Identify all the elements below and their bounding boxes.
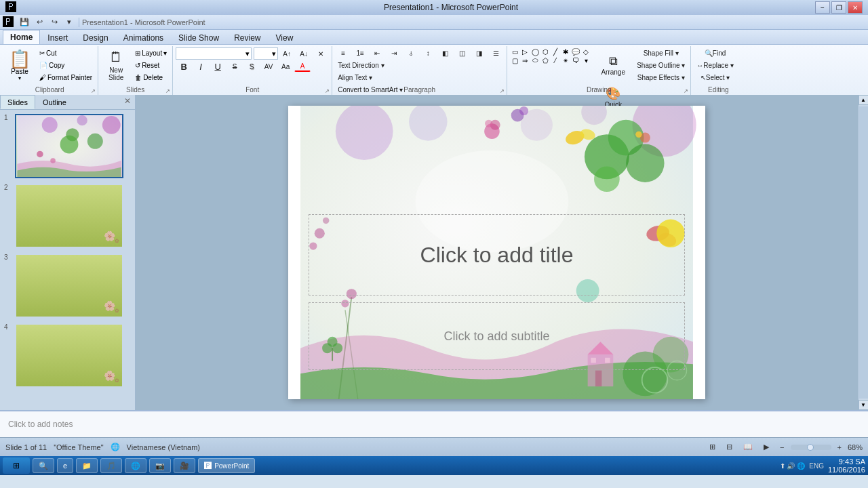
font-name-input[interactable] — [178, 49, 245, 58]
close-button[interactable]: ✕ — [848, 1, 863, 14]
delete-button[interactable]: 🗑 Delete — [132, 72, 170, 83]
notes-area[interactable]: Click to add notes — [0, 410, 868, 437]
font-size-arrow[interactable]: ▾ — [272, 49, 276, 58]
tab-review[interactable]: Review — [226, 30, 268, 44]
cut-button[interactable]: ✂ Cut — [37, 47, 95, 59]
save-button[interactable]: 💾 — [18, 16, 31, 28]
scroll-down-button[interactable]: ▼ — [859, 400, 869, 410]
numbering-button[interactable]: 1≡ — [352, 47, 368, 58]
align-right-button[interactable]: ◨ — [471, 47, 487, 58]
taskbar-media[interactable]: 🎵 — [100, 458, 122, 473]
zoom-in-button[interactable]: + — [834, 442, 845, 453]
decrease-indent-button[interactable]: ⇤ — [369, 47, 385, 58]
restore-button[interactable]: ❐ — [831, 1, 846, 14]
language-indicator[interactable]: 🌐 — [111, 443, 120, 451]
shape-circle[interactable]: ◯ — [530, 47, 540, 56]
arrange-button[interactable]: ⧉ Arrange — [595, 47, 631, 83]
shape-rounded-rect[interactable]: ▢ — [510, 56, 519, 64]
office-logo[interactable]: 🅿 — [3, 16, 14, 28]
lang-indicator[interactable]: ENG — [809, 462, 824, 470]
taskbar-search[interactable]: 🔍 — [33, 458, 54, 473]
taskbar-video[interactable]: 🎥 — [174, 458, 195, 473]
font-dropdown-arrow[interactable]: ▾ — [245, 49, 250, 58]
change-case-button[interactable]: Aa — [277, 61, 294, 72]
clipboard-expand[interactable]: ↗ — [91, 88, 98, 95]
slides-expand[interactable]: ↗ — [165, 88, 172, 95]
increase-indent-button[interactable]: ⇥ — [386, 47, 402, 58]
list-item[interactable]: 3 🌸 ✿ — [3, 252, 132, 319]
normal-view-button[interactable]: ⊞ — [706, 441, 719, 453]
align-left-button[interactable]: ◧ — [437, 47, 453, 58]
customize-button[interactable]: ▾ — [62, 16, 76, 28]
shape-speech[interactable]: 🗨 — [571, 56, 580, 64]
find-button[interactable]: 🔍 Find — [694, 47, 736, 58]
tab-design[interactable]: Design — [75, 30, 115, 44]
list-item[interactable]: 4 🌸 ✿ — [3, 322, 132, 389]
bullets-button[interactable]: ≡ — [335, 47, 351, 58]
new-slide-button[interactable]: 🗒 New Slide — [101, 47, 131, 83]
start-button[interactable]: ⊞ — [3, 458, 30, 474]
slide-title-placeholder[interactable]: Click to add title — [309, 214, 685, 296]
tab-insert[interactable]: Insert — [40, 30, 75, 44]
italic-button[interactable]: I — [193, 61, 209, 72]
underline-button[interactable]: U — [210, 61, 226, 72]
font-name-selector[interactable]: ▾ — [176, 47, 252, 60]
shape-slash[interactable]: ∕ — [551, 56, 560, 64]
scroll-up-button[interactable]: ▲ — [859, 95, 869, 105]
drawing-expand[interactable]: ↗ — [684, 88, 690, 95]
shape-fill-button[interactable]: Shape Fill ▾ — [634, 47, 688, 58]
copy-button[interactable]: 📄 Copy — [37, 60, 95, 71]
font-color-button[interactable]: A — [294, 61, 311, 72]
taskbar-explorer[interactable]: 📁 — [76, 458, 98, 473]
tab-view[interactable]: View — [269, 30, 301, 44]
close-panel-button[interactable]: ✕ — [120, 95, 135, 109]
zoom-handle[interactable] — [807, 444, 814, 451]
shape-arrow[interactable]: ▷ — [520, 47, 530, 56]
paragraph-expand[interactable]: ↗ — [500, 88, 507, 95]
slideshow-button[interactable]: ▶ — [760, 441, 772, 453]
shape-outline-button[interactable]: Shape Outline ▾ — [634, 60, 688, 70]
font-expand[interactable]: ↗ — [325, 88, 332, 95]
align-text-button[interactable]: Align Text ▾ — [335, 72, 375, 83]
font-size-selector[interactable]: ▾ — [254, 47, 278, 60]
slide-subtitle-placeholder[interactable]: Click to add subtitle — [309, 302, 685, 370]
shape-right-arrow[interactable]: ⇒ — [520, 56, 530, 64]
zoom-out-button[interactable]: − — [776, 442, 787, 453]
taskbar-powerpoint[interactable]: 🅿 PowerPoint — [198, 458, 255, 473]
reset-button[interactable]: ↺ Reset — [132, 60, 170, 71]
tab-home[interactable]: Home — [3, 30, 40, 44]
justify-button[interactable]: ☰ — [488, 47, 504, 58]
bold-button[interactable]: B — [176, 61, 192, 72]
redo-button[interactable]: ↪ — [47, 16, 61, 28]
minimize-button[interactable]: − — [815, 1, 830, 14]
slides-tab[interactable]: Slides — [0, 95, 35, 109]
shape-pentagon[interactable]: ⬠ — [540, 56, 550, 64]
shape-oval[interactable]: ⬭ — [530, 56, 540, 64]
shadow-button[interactable]: S — [243, 61, 260, 72]
list-item[interactable]: 1 — [3, 113, 132, 180]
layout-button[interactable]: ⊞ Layout ▾ — [132, 47, 170, 59]
taskbar-photo[interactable]: 📷 — [149, 458, 171, 473]
zoom-slider[interactable] — [791, 445, 831, 450]
taskbar-browser[interactable]: 🌐 — [125, 458, 146, 473]
slide-thumb-4[interactable]: 🌸 ✿ — [15, 323, 123, 388]
paste-button[interactable]: 📋 Paste ▾ — [4, 47, 35, 84]
text-direction-button[interactable]: Text Direction ▾ — [335, 60, 387, 70]
slide-thumb-3[interactable]: 🌸 ✿ — [15, 253, 123, 318]
char-spacing-button[interactable]: AV — [260, 61, 277, 72]
main-canvas[interactable]: Click to add title Click to add subtitle — [136, 95, 858, 410]
format-painter-button[interactable]: 🖌 Format Painter — [37, 72, 95, 83]
strikethrough-button[interactable]: S — [226, 61, 243, 72]
line-spacing-button[interactable]: ↕ — [420, 47, 436, 58]
shape-more[interactable]: ▾ — [581, 56, 591, 64]
shape-8star[interactable]: ✴ — [561, 56, 570, 64]
shape-hex[interactable]: ⬡ — [540, 47, 550, 56]
replace-button[interactable]: ↔ Replace ▾ — [694, 60, 736, 70]
shape-rect[interactable]: ▭ — [510, 47, 519, 56]
align-center-button[interactable]: ◫ — [454, 47, 470, 58]
shape-effects-button[interactable]: Shape Effects ▾ — [634, 72, 688, 83]
taskbar-ie[interactable]: e — [57, 458, 73, 473]
increase-font-button[interactable]: A↑ — [279, 48, 295, 59]
clear-format-button[interactable]: ✕ — [313, 48, 329, 59]
list-item[interactable]: 2 🌸 ✿ — [3, 182, 132, 249]
